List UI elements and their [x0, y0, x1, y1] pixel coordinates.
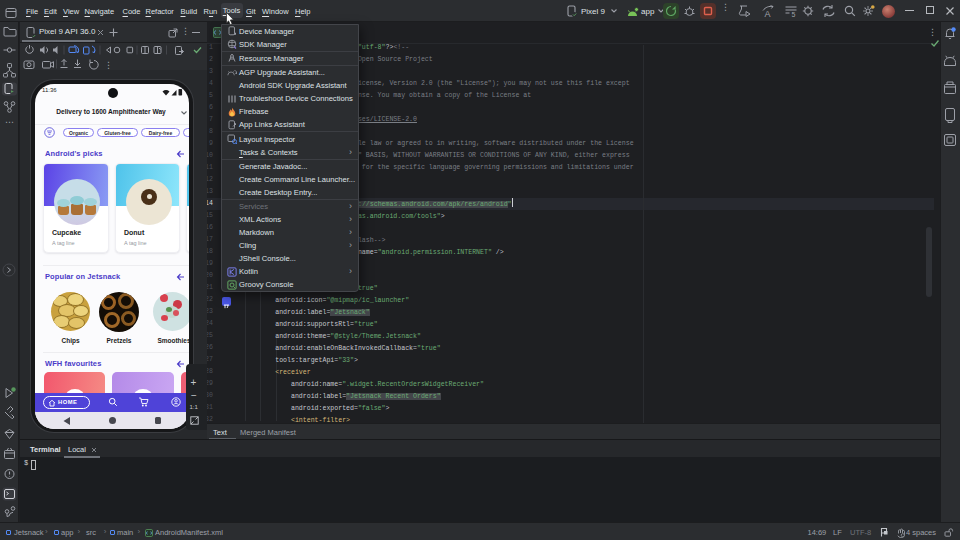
svg-text:⋮: ⋮: [104, 60, 113, 70]
svg-text:A: A: [765, 9, 771, 19]
svg-text:5: 5: [792, 11, 796, 18]
svg-text:⋯: ⋯: [5, 117, 14, 127]
